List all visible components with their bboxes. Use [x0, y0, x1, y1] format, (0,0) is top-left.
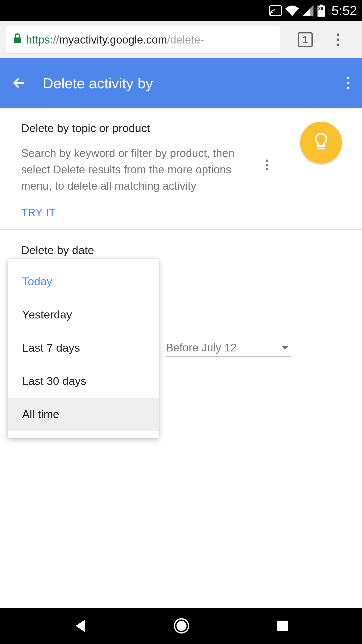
dropdown-option-yesterday[interactable]: Yesterday [8, 298, 159, 331]
dropdown-option-today[interactable]: Today [8, 265, 159, 298]
url-text: https://myactivity.google.com/delete- [26, 33, 204, 46]
page-title: Delete activity by [43, 75, 153, 92]
lock-icon [13, 33, 21, 46]
tip-fab-button[interactable] [300, 122, 342, 164]
back-button[interactable] [10, 74, 28, 92]
try-it-link[interactable]: TRY IT [21, 207, 56, 219]
dropdown-footer [8, 431, 159, 438]
wifi-icon [285, 5, 299, 16]
delete-by-topic-section: Delete by topic or product Search by key… [0, 109, 362, 229]
battery-level: 29 [318, 6, 323, 11]
date-section-title: Delete by date [21, 244, 341, 257]
battery-icon: 29 [317, 5, 326, 17]
topic-section-description: Search by keyword or filter by product, … [21, 145, 255, 194]
nav-recent-button[interactable] [277, 620, 288, 632]
header-menu-button[interactable] [347, 77, 349, 89]
before-date-select[interactable]: Before July 12 [166, 341, 291, 357]
svg-rect-4 [14, 37, 21, 43]
svg-point-1 [270, 14, 271, 15]
dropdown-option-last-7-days[interactable]: Last 7 days [8, 331, 159, 365]
nav-home-button[interactable] [173, 618, 190, 634]
svg-rect-2 [320, 5, 323, 6]
before-date-label: Before July 12 [166, 341, 237, 354]
nav-back-button[interactable] [74, 619, 86, 633]
svg-rect-8 [277, 621, 288, 631]
signal-icon [302, 5, 313, 16]
status-time: 5:52 [332, 3, 357, 18]
android-status-bar: 29 5:52 [0, 0, 362, 21]
dropdown-option-last-30-days[interactable]: Last 30 days [8, 365, 159, 398]
svg-point-7 [176, 621, 187, 631]
delete-by-date-section: Delete by date Today Yesterday Last 7 da… [0, 230, 362, 281]
cast-icon [269, 5, 282, 16]
main-content: Delete by topic or product Search by key… [0, 109, 362, 281]
android-nav-bar [0, 608, 362, 644]
app-header: Delete activity by [0, 58, 362, 108]
tab-count-button[interactable]: 1 [298, 32, 313, 47]
caret-down-icon [282, 346, 288, 350]
browser-toolbar: https://myactivity.google.com/delete- 1 [0, 21, 362, 58]
dropdown-option-all-time[interactable]: All time [8, 398, 159, 431]
svg-rect-0 [270, 6, 281, 15]
url-bar[interactable]: https://myactivity.google.com/delete- [6, 26, 280, 54]
topic-section-title: Delete by topic or product [21, 122, 341, 135]
topic-section-menu-button[interactable] [266, 159, 268, 170]
browser-menu-button[interactable] [332, 33, 344, 46]
lightbulb-icon [313, 132, 329, 153]
date-range-dropdown: Today Yesterday Last 7 days Last 30 days… [8, 259, 159, 438]
